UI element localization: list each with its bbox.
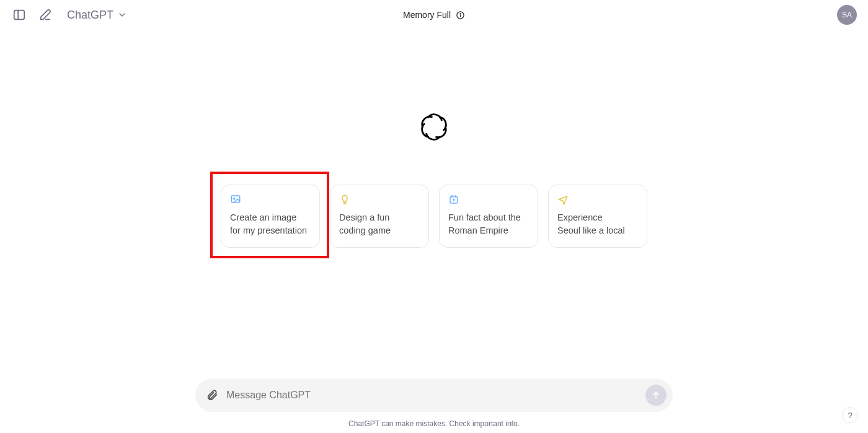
card-line2: for my presentation xyxy=(230,225,307,235)
openai-logo xyxy=(418,112,450,142)
openai-logo-icon xyxy=(418,112,450,142)
svg-rect-0 xyxy=(14,11,25,20)
sidebar-icon xyxy=(12,8,26,22)
suggestion-card-2[interactable]: Fun fact about the Roman Empire xyxy=(439,185,538,248)
card-text: Design a fun coding game xyxy=(339,211,420,237)
landing-center: Create an image for my presentation Desi… xyxy=(0,112,868,248)
card-text: Fun fact about the Roman Empire xyxy=(448,211,529,237)
suggestion-card-1[interactable]: Design a fun coding game xyxy=(330,185,429,248)
lightbulb-icon xyxy=(339,194,350,205)
pencil-square-icon xyxy=(38,8,52,22)
image-icon xyxy=(230,194,241,205)
message-input-bar xyxy=(195,378,673,412)
attach-button[interactable] xyxy=(205,388,219,402)
topbar-right: SA xyxy=(837,5,857,25)
new-chat-button[interactable] xyxy=(37,7,53,23)
svg-point-6 xyxy=(234,198,235,199)
avatar-initials: SA xyxy=(842,11,852,19)
model-selector[interactable]: ChatGPT xyxy=(63,6,131,24)
toggle-sidebar-button[interactable] xyxy=(11,7,27,23)
help-button[interactable]: ? xyxy=(842,407,858,423)
topbar-left: ChatGPT xyxy=(11,6,131,24)
plane-icon xyxy=(557,194,569,205)
card-line2: Seoul like a local xyxy=(557,225,625,235)
chevron-down-icon xyxy=(117,10,127,20)
topbar: ChatGPT Memory Full SA xyxy=(0,0,868,30)
card-text: Experience Seoul like a local xyxy=(557,211,638,237)
suggestion-cards: Create an image for my presentation Desi… xyxy=(221,185,647,248)
card-line2: Roman Empire xyxy=(448,225,508,235)
avatar[interactable]: SA xyxy=(837,5,857,25)
send-button[interactable] xyxy=(645,385,666,406)
card-line1: Design a fun xyxy=(339,212,389,222)
memory-status-label: Memory Full xyxy=(403,10,451,20)
message-input[interactable] xyxy=(226,390,638,401)
model-label: ChatGPT xyxy=(67,9,113,22)
card-line2: coding game xyxy=(339,225,391,235)
footer-text: ChatGPT can make mistakes. Check importa… xyxy=(348,419,520,428)
memory-status[interactable]: Memory Full xyxy=(403,10,465,20)
svg-point-4 xyxy=(460,13,461,14)
paperclip-icon xyxy=(206,389,218,401)
card-line1: Fun fact about the xyxy=(448,212,521,222)
card-line1: Experience xyxy=(557,212,603,222)
suggestion-card-0[interactable]: Create an image for my presentation xyxy=(221,185,320,248)
sparkle-icon xyxy=(448,194,459,205)
card-text: Create an image for my presentation xyxy=(230,211,311,237)
suggestion-card-3[interactable]: Experience Seoul like a local xyxy=(548,185,647,248)
info-icon xyxy=(456,11,465,20)
arrow-up-icon xyxy=(651,390,661,400)
help-label: ? xyxy=(848,411,852,420)
card-line1: Create an image xyxy=(230,212,296,222)
footer-disclaimer: ChatGPT can make mistakes. Check importa… xyxy=(0,419,868,428)
